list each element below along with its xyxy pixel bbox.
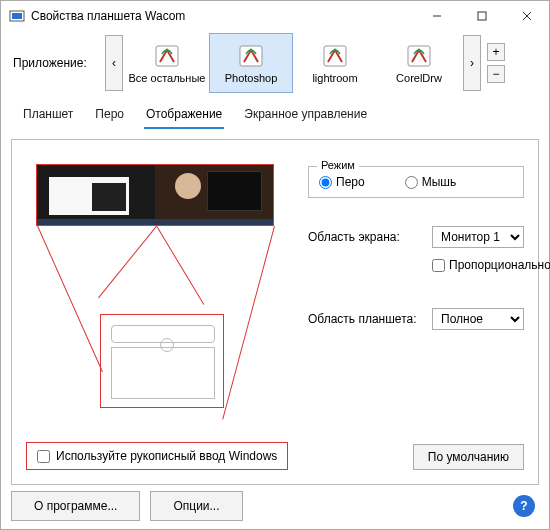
default-button[interactable]: По умолчанию [413, 444, 524, 470]
close-button[interactable] [504, 1, 549, 31]
mapping-graphic [32, 164, 282, 424]
app-item-label: CorelDrw [396, 72, 442, 84]
app-item-1[interactable]: Photoshop [209, 33, 293, 93]
mode-pen-radio[interactable]: Перо [319, 175, 365, 189]
options-button[interactable]: Опции... [150, 491, 242, 521]
mapping-panel: Режим Перо Мышь Область экрана: Монитор … [11, 139, 539, 485]
window-title: Свойства планшета Wacom [31, 9, 414, 23]
svg-rect-3 [478, 12, 486, 20]
app-add-button[interactable]: + [487, 43, 505, 61]
screen-preview [36, 164, 274, 226]
app-scroll-left[interactable]: ‹ [105, 35, 123, 91]
maximize-button[interactable] [459, 1, 504, 31]
tab-3[interactable]: Экранное управление [242, 103, 369, 129]
app-add-remove: + − [487, 43, 505, 83]
screen-area-select[interactable]: Монитор 1 [432, 226, 524, 248]
tab-2[interactable]: Отображение [144, 103, 224, 129]
handwriting-row: Используйте рукописный ввод Windows [26, 442, 288, 470]
about-button[interactable]: О программе... [11, 491, 140, 521]
svg-rect-1 [12, 13, 22, 19]
tablet-area-row: Область планшета: Полное [308, 308, 524, 330]
tablet-preview [100, 314, 224, 408]
titlebar: Свойства планшета Wacom [1, 1, 549, 31]
application-list: Все остальныеPhotoshoplightroomCorelDrw [125, 33, 461, 93]
application-row: Приложение: ‹ Все остальныеPhotoshopligh… [1, 31, 549, 97]
minimize-button[interactable] [414, 1, 459, 31]
app-item-label: Photoshop [225, 72, 278, 84]
proportional-row: Пропорциональное [432, 258, 524, 272]
window: Свойства планшета Wacom Приложение: ‹ Вс… [0, 0, 550, 530]
handwriting-label: Используйте рукописный ввод Windows [56, 449, 277, 463]
footer: О программе... Опции... ? [1, 491, 549, 530]
app-item-icon [405, 42, 433, 70]
mode-legend: Режим [317, 159, 359, 171]
application-label: Приложение: [13, 56, 103, 70]
handwriting-checkbox[interactable] [37, 450, 50, 463]
tablet-area-select[interactable]: Полное [432, 308, 524, 330]
mode-mouse-radio[interactable]: Мышь [405, 175, 457, 189]
app-remove-button[interactable]: − [487, 65, 505, 83]
help-button[interactable]: ? [513, 495, 535, 517]
tab-0[interactable]: Планшет [21, 103, 75, 129]
screen-area-label: Область экрана: [308, 230, 426, 244]
app-icon [9, 8, 25, 24]
settings-column: Режим Перо Мышь Область экрана: Монитор … [308, 162, 524, 330]
app-item-label: lightroom [312, 72, 357, 84]
app-item-3[interactable]: CorelDrw [377, 33, 461, 93]
mode-mouse-input[interactable] [405, 176, 418, 189]
mode-fieldset: Режим Перо Мышь [308, 166, 524, 198]
tab-bar: ПланшетПероОтображениеЭкранное управлени… [1, 97, 549, 131]
proportional-label: Пропорциональное [449, 258, 550, 272]
mode-pen-input[interactable] [319, 176, 332, 189]
app-item-icon [237, 42, 265, 70]
proportional-checkbox[interactable] [432, 259, 445, 272]
tab-1[interactable]: Перо [93, 103, 126, 129]
app-item-label: Все остальные [129, 72, 206, 84]
app-item-icon [153, 42, 181, 70]
app-item-0[interactable]: Все остальные [125, 33, 209, 93]
app-scroll-right[interactable]: › [463, 35, 481, 91]
app-item-2[interactable]: lightroom [293, 33, 377, 93]
tablet-area-label: Область планшета: [308, 312, 426, 326]
screen-area-row: Область экрана: Монитор 1 [308, 226, 524, 248]
app-item-icon [321, 42, 349, 70]
